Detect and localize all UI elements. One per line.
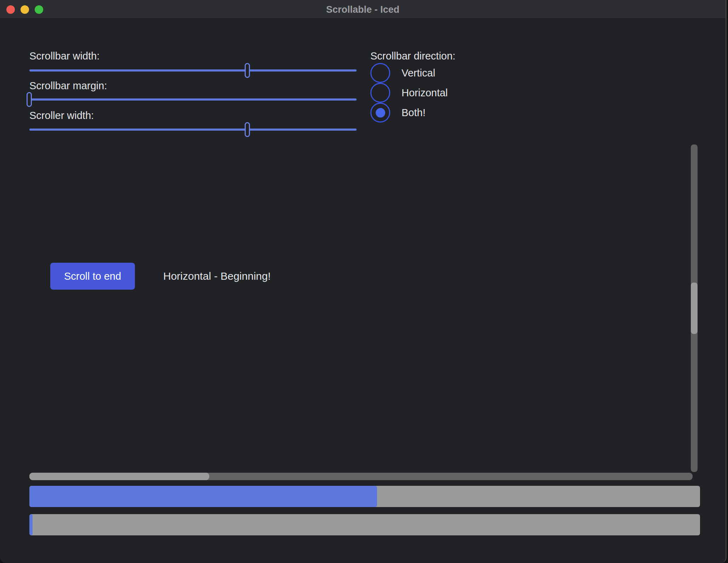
scroller-width-slider[interactable] <box>29 122 357 137</box>
radio-option-vertical[interactable]: Vertical <box>370 63 435 83</box>
slider-rail[interactable] <box>29 69 357 72</box>
radio-option-label: Horizontal <box>402 87 448 99</box>
vertical-scrollbar-track[interactable] <box>691 144 698 472</box>
radio-option-label: Vertical <box>402 67 435 79</box>
horizontal-scrollbar-scroller[interactable] <box>29 473 209 480</box>
slider-handle[interactable] <box>27 92 32 107</box>
scrollbar-margin-label: Scrollbar margin: <box>29 79 107 92</box>
slider-handle[interactable] <box>245 122 250 137</box>
scroller-width-label: Scroller width: <box>29 109 94 122</box>
slider-rail[interactable] <box>29 98 357 101</box>
horizontal-progress-bar <box>29 486 700 507</box>
content-area: Scrollbar width: Scrollbar margin: Scrol… <box>0 19 726 563</box>
horizontal-scrollbar-track[interactable] <box>29 473 693 480</box>
scrollbar-direction-label: Scrollbar direction: <box>370 49 455 63</box>
scrollbar-margin-slider[interactable] <box>29 92 357 107</box>
vertical-progress-bar <box>29 514 700 535</box>
radio-selected-dot <box>376 108 385 118</box>
radio-option-horizontal[interactable]: Horizontal <box>370 83 448 103</box>
progress-fill <box>29 514 33 535</box>
app-window: Scrollable - Iced Scrollbar width: Scrol… <box>0 0 727 563</box>
radio-option-both[interactable]: Both! <box>370 103 426 123</box>
scroll-status-text: Horizontal - Beginning! <box>163 263 271 290</box>
scrollbar-width-slider[interactable] <box>29 63 357 78</box>
radio-option-label: Both! <box>402 107 426 119</box>
slider-rail[interactable] <box>29 129 357 131</box>
vertical-scrollbar-scroller[interactable] <box>691 283 698 334</box>
titlebar[interactable]: Scrollable - Iced <box>0 0 726 19</box>
radio-circle-icon[interactable] <box>370 83 390 103</box>
scroll-to-end-button[interactable]: Scroll to end <box>50 263 135 290</box>
radio-circle-icon[interactable] <box>370 103 390 123</box>
scrollbar-width-label: Scrollbar width: <box>29 49 99 63</box>
slider-handle[interactable] <box>245 63 250 78</box>
window-title: Scrollable - Iced <box>0 0 726 19</box>
progress-fill <box>29 486 377 507</box>
radio-circle-icon[interactable] <box>370 63 390 83</box>
